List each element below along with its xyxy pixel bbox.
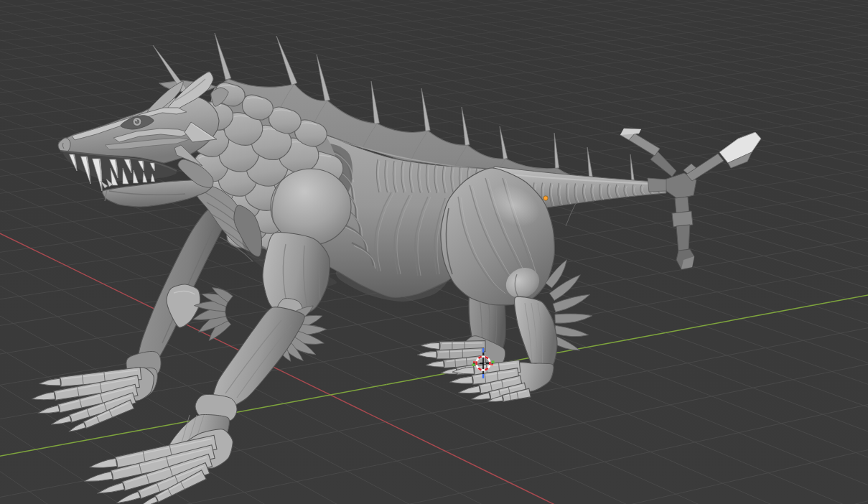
3d-viewport[interactable] <box>0 0 868 504</box>
object-origin-dot <box>543 196 548 200</box>
